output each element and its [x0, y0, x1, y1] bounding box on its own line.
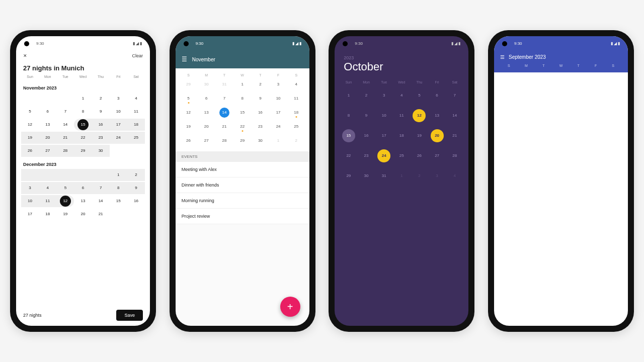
calendar-day[interactable]: 4: [287, 79, 305, 90]
calendar-day[interactable]: 25: [393, 149, 411, 162]
save-button[interactable]: Save: [116, 310, 143, 321]
calendar-day[interactable]: 4: [446, 169, 463, 183]
calendar-day[interactable]: 24: [110, 132, 127, 144]
clear-button[interactable]: Clear: [132, 53, 143, 58]
calendar-day[interactable]: 5: [180, 93, 198, 104]
calendar-grid-dec[interactable]: 123456789101112131415161718192021: [16, 169, 150, 220]
calendar-day[interactable]: 6: [74, 182, 92, 194]
calendar-day[interactable]: 18: [39, 208, 56, 220]
calendar-day[interactable]: 28: [446, 149, 463, 162]
event-item[interactable]: Dinner with friends: [176, 177, 309, 193]
calendar-day[interactable]: 18: [393, 129, 411, 142]
calendar-day[interactable]: 12: [411, 109, 428, 122]
calendar-day[interactable]: 26: [411, 149, 428, 162]
calendar-day[interactable]: 5: [21, 106, 39, 118]
calendar-day[interactable]: 27: [39, 145, 56, 157]
calendar-day[interactable]: 16: [252, 107, 270, 118]
calendar-day[interactable]: 10: [110, 106, 127, 118]
calendar-day[interactable]: 30: [92, 145, 110, 157]
calendar-day[interactable]: 29: [74, 145, 92, 157]
calendar-day[interactable]: 21: [446, 129, 463, 142]
month-label[interactable]: September 2023: [509, 54, 546, 60]
close-icon[interactable]: ✕: [23, 53, 27, 58]
calendar-day[interactable]: 24: [269, 121, 287, 132]
calendar-day[interactable]: 3: [375, 89, 393, 102]
calendar-day[interactable]: 22: [340, 149, 357, 162]
calendar-day[interactable]: 2: [411, 169, 428, 183]
calendar-day[interactable]: 1: [393, 169, 411, 183]
calendar-day[interactable]: 21: [92, 208, 110, 220]
menu-icon[interactable]: ☰: [500, 54, 505, 60]
calendar-day[interactable]: 14: [92, 195, 110, 207]
calendar-day[interactable]: 10: [375, 109, 393, 122]
calendar-day[interactable]: 23: [357, 149, 375, 162]
calendar-day[interactable]: 14: [446, 109, 463, 122]
calendar-day[interactable]: 8: [233, 93, 252, 104]
calendar-day[interactable]: 7: [446, 89, 463, 102]
calendar-day[interactable]: 5: [411, 89, 428, 102]
calendar-day[interactable]: 22: [233, 121, 252, 132]
calendar-day[interactable]: 4: [127, 93, 145, 105]
calendar-day[interactable]: 17: [110, 119, 127, 131]
calendar-day[interactable]: 16: [357, 129, 375, 142]
calendar-day[interactable]: 16: [127, 195, 145, 207]
calendar-day[interactable]: 29: [340, 169, 357, 183]
calendar-day[interactable]: 19: [411, 129, 428, 142]
calendar-day[interactable]: 3: [269, 79, 287, 90]
calendar-day[interactable]: 9: [357, 109, 375, 122]
calendar-day[interactable]: 8: [110, 182, 127, 194]
calendar-day[interactable]: 3: [21, 182, 39, 194]
calendar-day[interactable]: 1: [340, 89, 357, 102]
calendar-day[interactable]: 15: [233, 107, 252, 118]
calendar-day[interactable]: 2: [287, 135, 305, 146]
event-item[interactable]: Morning running: [176, 193, 309, 209]
calendar-day[interactable]: 10: [21, 195, 39, 207]
calendar-day[interactable]: 3: [428, 169, 446, 183]
calendar-day[interactable]: 30: [197, 79, 215, 90]
calendar-day[interactable]: 4: [393, 89, 411, 102]
calendar-day[interactable]: 6: [39, 106, 56, 118]
calendar-day[interactable]: 6: [428, 89, 446, 102]
calendar-day[interactable]: 28: [56, 145, 74, 157]
calendar-day[interactable]: 13: [428, 109, 446, 122]
calendar-grid-nov[interactable]: 1234567891011121314151617181920212223242…: [16, 93, 150, 157]
calendar-day[interactable]: 7: [215, 93, 233, 104]
calendar-day[interactable]: 21: [215, 121, 233, 132]
calendar-day[interactable]: 13: [197, 107, 215, 118]
calendar-day[interactable]: 8: [74, 106, 92, 118]
calendar-day[interactable]: 29: [180, 79, 198, 90]
calendar-day[interactable]: 2: [92, 93, 110, 105]
calendar-day[interactable]: 19: [21, 132, 39, 144]
calendar-day[interactable]: 14: [56, 119, 74, 131]
calendar-day[interactable]: 1: [74, 93, 92, 105]
calendar-day[interactable]: 17: [269, 107, 287, 118]
calendar-day[interactable]: 15: [340, 129, 357, 142]
calendar-day[interactable]: 18: [287, 107, 305, 118]
calendar-day[interactable]: 19: [180, 121, 198, 132]
calendar-day[interactable]: 1: [269, 135, 287, 146]
calendar-day[interactable]: 18: [127, 119, 145, 131]
calendar-day[interactable]: 3: [110, 93, 127, 105]
calendar-day[interactable]: 17: [375, 129, 393, 142]
calendar-day[interactable]: 17: [21, 208, 39, 220]
calendar-day[interactable]: 30: [252, 135, 270, 146]
calendar-day[interactable]: 9: [252, 93, 270, 104]
calendar-day[interactable]: 5: [56, 182, 74, 194]
calendar-day[interactable]: 2: [357, 89, 375, 102]
calendar-day[interactable]: 20: [74, 208, 92, 220]
calendar-day[interactable]: 29: [233, 135, 252, 146]
calendar-day[interactable]: 2: [127, 169, 145, 181]
calendar-day[interactable]: 1: [110, 169, 127, 181]
calendar-day[interactable]: 21: [56, 132, 74, 144]
calendar-day[interactable]: 7: [56, 106, 74, 118]
calendar-day[interactable]: 14: [215, 107, 233, 118]
calendar-day[interactable]: 11: [39, 195, 56, 207]
calendar-day[interactable]: 1: [233, 79, 252, 90]
calendar-day[interactable]: 12: [56, 195, 74, 207]
calendar-day[interactable]: 24: [375, 149, 393, 162]
calendar-day[interactable]: 15: [110, 195, 127, 207]
calendar-day[interactable]: 13: [74, 195, 92, 207]
calendar-day[interactable]: 31: [215, 79, 233, 90]
calendar-day[interactable]: 20: [428, 129, 446, 142]
calendar-day[interactable]: 9: [92, 106, 110, 118]
